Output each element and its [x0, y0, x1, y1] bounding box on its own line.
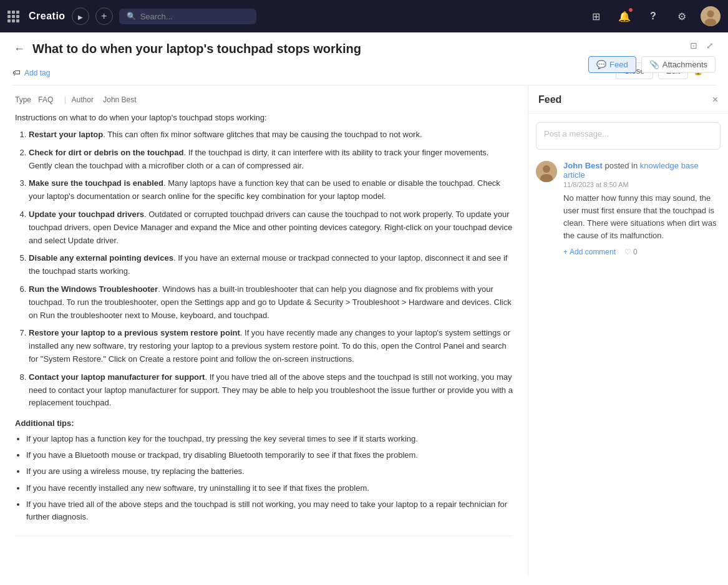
feed-date: 11/8/2023 at 8:50 AM — [563, 181, 721, 188]
message-placeholder: Post a message... — [544, 129, 609, 138]
tag-icon: 🏷 — [12, 68, 21, 77]
play-button[interactable] — [72, 7, 89, 25]
author-value: John Best — [103, 95, 136, 104]
back-button[interactable]: ← — [12, 41, 26, 57]
body-layout: Type FAQ | Author John Best Instructions… — [0, 85, 728, 576]
meta-row: Type FAQ | Author John Best — [15, 95, 513, 104]
svg-point-4 — [543, 165, 550, 173]
feed-entry: John Best posted in knowledge base artic… — [536, 161, 721, 256]
feed-header: Feed × — [528, 85, 728, 114]
user-avatar[interactable] — [701, 6, 721, 26]
minimize-icon[interactable]: ⊡ — [688, 39, 699, 52]
feed-entry-body: John Best posted in knowledge base artic… — [563, 161, 721, 256]
list-item: Disable any external pointing devices. I… — [29, 252, 513, 278]
header-actions: 💬 Feed 📎 Attachments — [588, 56, 716, 73]
item-title: Check for dirt or debris on the touchpad — [29, 148, 183, 157]
help-button[interactable]: ? — [643, 6, 663, 26]
apps-button[interactable]: ⊞ — [586, 6, 606, 26]
attachments-label: Attachments — [662, 60, 707, 69]
add-button[interactable] — [95, 7, 113, 25]
article-intro: Instructions on what to do when your lap… — [15, 113, 513, 122]
search-input[interactable] — [140, 12, 249, 21]
notification-badge — [628, 7, 633, 12]
bullet-item: If you have a Bluetooth mouse or trackpa… — [26, 449, 513, 462]
feed-author-line: John Best posted in knowledge base artic… — [563, 161, 721, 180]
tag-row: 🏷 Add tag — [12, 65, 50, 80]
like-button[interactable]: ♡ 0 — [624, 248, 638, 256]
search-box[interactable]: 🔍 — [119, 9, 256, 24]
add-tag-label: Add tag — [24, 69, 50, 77]
bullet-item: If you are using a wireless mouse, try r… — [26, 465, 513, 478]
settings-button[interactable]: ⚙ — [672, 6, 692, 26]
message-input[interactable]: Post a message... — [536, 122, 721, 150]
feed-entries: John Best posted in knowledge base artic… — [528, 156, 728, 576]
numbered-list: Restart your laptop. This can often fix … — [15, 128, 513, 410]
feed-author-avatar — [536, 161, 557, 182]
article-title: What to do when your laptop's touchpad s… — [32, 42, 361, 56]
attachments-button[interactable]: 📎 Attachments — [641, 56, 716, 73]
list-item: Restore your laptop to a previous system… — [29, 327, 513, 365]
article-header: ← What to do when your laptop's touchpad… — [0, 32, 728, 85]
type-label: Type — [15, 95, 31, 104]
notifications-button[interactable]: 🔔 — [614, 6, 634, 26]
article-body: Type FAQ | Author John Best Instructions… — [0, 85, 528, 576]
list-item: Update your touchpad drivers. Outdated o… — [29, 208, 513, 247]
comment-plus-icon: + — [563, 248, 568, 256]
plus-icon — [101, 11, 107, 22]
item-title: Restore your laptop to a previous system… — [29, 328, 240, 337]
add-comment-button[interactable]: + Add comment — [563, 248, 616, 256]
app-logo: Creatio — [29, 11, 66, 22]
search-icon: 🔍 — [127, 12, 136, 21]
list-item: Contact your laptop manufacturer for sup… — [29, 371, 513, 410]
item-title: Disable any external pointing devices — [29, 253, 173, 263]
feed-entry-actions: + Add comment ♡ 0 — [563, 248, 721, 256]
grid-menu-icon[interactable] — [7, 11, 20, 22]
top-navigation: Creatio 🔍 ⊞ 🔔 ? ⚙ — [0, 0, 728, 32]
bullet-item: If your laptop has a function key for th… — [26, 433, 513, 445]
author-label: Author — [72, 95, 94, 104]
bullet-item: If you have recently installed any new s… — [26, 482, 513, 495]
bullet-list: If your laptop has a function key for th… — [15, 433, 513, 523]
title-row: ← What to do when your laptop's touchpad… — [12, 41, 361, 57]
feed-author-name: John Best — [563, 161, 603, 170]
feed-panel: Feed × Post a message... — [528, 85, 728, 576]
feed-title: Feed — [538, 94, 561, 105]
item-title: Run the Windows Troubleshooter — [29, 284, 158, 294]
item-title: Contact your laptop manufacturer for sup… — [29, 372, 205, 382]
feed-button[interactable]: 💬 Feed — [588, 56, 636, 73]
help-icon: ? — [650, 11, 656, 22]
apps-icon: ⊞ — [592, 11, 600, 22]
feed-close-button[interactable]: × — [712, 94, 718, 105]
heart-icon: ♡ — [624, 248, 631, 256]
item-title: Make sure the touchpad is enabled — [29, 178, 163, 188]
list-item: Restart your laptop. This can often fix … — [29, 128, 513, 142]
list-item: Check for dirt or debris on the touchpad… — [29, 147, 513, 173]
bullet-item: If you have tried all of the above steps… — [26, 498, 513, 523]
gear-icon: ⚙ — [677, 11, 686, 22]
nav-right: ⊞ 🔔 ? ⚙ — [586, 6, 721, 26]
list-item: Run the Windows Troubleshooter. Windows … — [29, 283, 513, 322]
item-title: Update your touchpad drivers — [29, 210, 144, 219]
attachment-icon: 📎 — [649, 60, 659, 69]
main-container: ← What to do when your laptop's touchpad… — [0, 32, 728, 585]
likes-count: 0 — [633, 248, 638, 256]
feed-label: Feed — [609, 60, 628, 69]
feed-entry-text: No matter how funny this may sound, the … — [563, 192, 721, 243]
list-item: Make sure the touchpad is enabled. Many … — [29, 177, 513, 203]
feed-icon: 💬 — [596, 60, 606, 69]
type-value: FAQ — [38, 95, 53, 104]
item-title: Restart your laptop — [29, 130, 103, 139]
article-header-top: ← What to do when your laptop's touchpad… — [12, 41, 716, 57]
article-divider — [15, 536, 513, 536]
add-comment-label: Add comment — [570, 248, 616, 256]
svg-point-1 — [707, 11, 714, 17]
play-icon — [78, 12, 83, 21]
expand-icon[interactable]: ⤢ — [704, 39, 716, 52]
add-tag-button[interactable]: Add tag — [24, 69, 50, 77]
header-controls: ⊡ ⤢ — [688, 39, 716, 52]
feed-posted-in-text: posted in — [604, 161, 639, 170]
additional-tips-label: Additional tips: — [15, 418, 513, 428]
